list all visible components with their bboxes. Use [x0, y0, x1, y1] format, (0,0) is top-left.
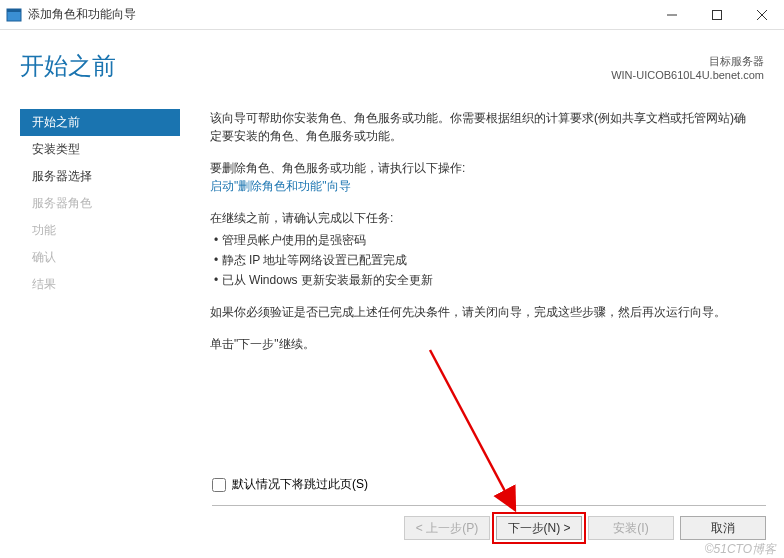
skip-page-checkbox[interactable]	[212, 478, 226, 492]
cancel-button[interactable]: 取消	[680, 516, 766, 540]
skip-page-label: 默认情况下将跳过此页(S)	[232, 476, 368, 493]
before-continue-text: 在继续之前，请确认完成以下任务:	[210, 209, 754, 227]
click-next-text: 单击"下一步"继续。	[210, 335, 754, 353]
svg-rect-3	[712, 10, 721, 19]
watermark: ©51CTO博客	[705, 541, 776, 558]
sidebar-item-1[interactable]: 安装类型	[20, 136, 180, 163]
remove-roles-link[interactable]: 启动"删除角色和功能"向导	[210, 177, 754, 195]
title-bar: 添加角色和功能向导	[0, 0, 784, 30]
sidebar-item-0[interactable]: 开始之前	[20, 109, 180, 136]
button-bar: < 上一步(P) 下一步(N) > 安装(I) 取消	[404, 516, 766, 540]
prereq-item-0: 管理员帐户使用的是强密码	[214, 231, 754, 249]
intro-text: 该向导可帮助你安装角色、角色服务或功能。你需要根据组织的计算要求(例如共享文档或…	[210, 109, 754, 145]
minimize-button[interactable]	[649, 0, 694, 30]
main-area: 开始之前安装类型服务器选择服务器角色功能确认结果 该向导可帮助你安装角色、角色服…	[0, 105, 784, 505]
skip-page-row: 默认情况下将跳过此页(S)	[212, 476, 368, 493]
separator	[212, 505, 766, 506]
prereq-list: 管理员帐户使用的是强密码静态 IP 地址等网络设置已配置完成已从 Windows…	[214, 231, 754, 289]
server-label: 目标服务器	[611, 54, 764, 69]
prev-button[interactable]: < 上一步(P)	[404, 516, 490, 540]
sidebar-item-3: 服务器角色	[20, 190, 180, 217]
app-icon	[6, 7, 22, 23]
prereq-item-2: 已从 Windows 更新安装最新的安全更新	[214, 271, 754, 289]
sidebar-item-2[interactable]: 服务器选择	[20, 163, 180, 190]
sidebar-item-5: 确认	[20, 244, 180, 271]
server-info: 目标服务器 WIN-UICOB610L4U.benet.com	[611, 54, 764, 81]
next-button[interactable]: 下一步(N) >	[496, 516, 582, 540]
close-button[interactable]	[739, 0, 784, 30]
remove-prefix: 要删除角色、角色服务或功能，请执行以下操作:	[210, 159, 754, 177]
sidebar: 开始之前安装类型服务器选择服务器角色功能确认结果	[0, 105, 180, 505]
maximize-button[interactable]	[694, 0, 739, 30]
window-controls	[649, 0, 784, 30]
content: 该向导可帮助你安装角色、角色服务或功能。你需要根据组织的计算要求(例如共享文档或…	[180, 105, 784, 505]
header: 开始之前 目标服务器 WIN-UICOB610L4U.benet.com	[0, 30, 784, 105]
page-title: 开始之前	[20, 50, 611, 82]
prereq-item-1: 静态 IP 地址等网络设置已配置完成	[214, 251, 754, 269]
verify-text: 如果你必须验证是否已完成上述任何先决条件，请关闭向导，完成这些步骤，然后再次运行…	[210, 303, 754, 321]
svg-rect-1	[7, 9, 21, 12]
server-name: WIN-UICOB610L4U.benet.com	[611, 69, 764, 81]
sidebar-item-4: 功能	[20, 217, 180, 244]
sidebar-item-6: 结果	[20, 271, 180, 298]
window-title: 添加角色和功能向导	[28, 6, 649, 23]
install-button[interactable]: 安装(I)	[588, 516, 674, 540]
